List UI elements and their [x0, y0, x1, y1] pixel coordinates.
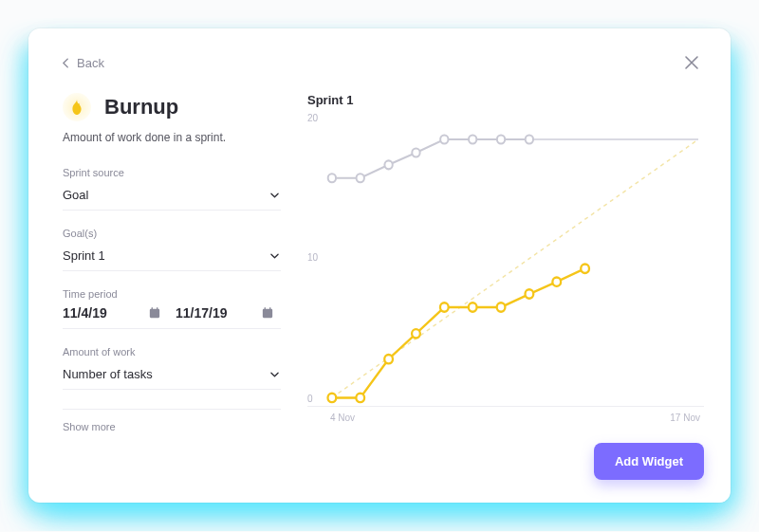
scope-point [412, 148, 419, 156]
top-bar: Back [63, 51, 704, 74]
chevron-down-icon [270, 193, 279, 198]
completed-point [327, 394, 336, 402]
chevron-down-icon [270, 372, 279, 377]
scope-point [469, 136, 476, 144]
completed-point [412, 329, 420, 338]
sprint-source-label: Sprint source [63, 167, 281, 178]
completed-point [552, 277, 561, 285]
sprint-source-value: Goal [63, 188, 88, 202]
goals-select[interactable]: Sprint 1 [63, 245, 281, 271]
chart-area: Sprint 1 20 10 0 4 Nov 17 Nov [307, 93, 704, 480]
svg-rect-4 [263, 309, 272, 318]
scope-point [384, 160, 392, 169]
show-more-toggle[interactable]: Show more [63, 409, 281, 432]
config-panel: Burnup Amount of work done in a sprint. … [63, 93, 281, 480]
sprint-source-select[interactable]: Goal [63, 184, 281, 211]
completed-point [356, 394, 364, 402]
back-button[interactable]: Back [63, 56, 104, 70]
scope-point [440, 136, 448, 144]
time-period-row: 11/4/19 11/17/19 [63, 305, 281, 329]
scope-point [328, 174, 336, 182]
back-label: Back [77, 56, 104, 70]
x-tick-start: 4 Nov [330, 413, 355, 423]
close-button[interactable] [679, 50, 704, 75]
close-icon [684, 55, 699, 70]
date-end-value: 11/17/19 [176, 305, 228, 321]
date-start-value: 11/4/19 [63, 305, 107, 321]
svg-rect-3 [157, 307, 157, 310]
chart-title: Sprint 1 [307, 93, 704, 107]
amount-of-work-label: Amount of work [63, 346, 281, 358]
date-end-input[interactable]: 11/17/19 [168, 305, 281, 321]
completed-line [332, 268, 585, 397]
footer: Add Widget [307, 443, 704, 480]
chevron-left-icon [63, 58, 69, 68]
goals-value: Sprint 1 [63, 248, 105, 263]
completed-point [440, 303, 449, 311]
amount-of-work-value: Number of tasks [63, 367, 153, 381]
svg-rect-5 [265, 307, 266, 310]
page-subtitle: Amount of work done in a sprint. [63, 131, 281, 144]
scope-line [332, 139, 529, 178]
completed-point [497, 303, 506, 311]
svg-rect-6 [269, 307, 270, 310]
flame-icon [63, 93, 91, 121]
amount-of-work-select[interactable]: Number of tasks [63, 363, 281, 390]
body: Burnup Amount of work done in a sprint. … [63, 93, 704, 480]
completed-point [384, 355, 393, 363]
x-tick-end: 17 Nov [670, 413, 700, 423]
completed-point [526, 289, 534, 298]
scope-point [357, 174, 364, 182]
chart-svg [307, 111, 704, 406]
chevron-down-icon [270, 253, 279, 259]
x-axis-spacer [307, 413, 704, 430]
add-widget-button[interactable]: Add Widget [594, 443, 704, 480]
date-start-input[interactable]: 11/4/19 [63, 305, 168, 321]
scope-point [497, 136, 505, 144]
goals-label: Goal(s) [63, 228, 281, 239]
time-period-label: Time period [63, 288, 281, 300]
calendar-icon [149, 307, 160, 319]
title-row: Burnup [63, 93, 281, 121]
calendar-icon [262, 307, 273, 319]
completed-point [581, 265, 589, 273]
widget-config-card: Back Burnup Amount of work done in a spr… [28, 28, 731, 503]
scope-point [526, 136, 533, 144]
page-title: Burnup [104, 95, 178, 119]
completed-point [469, 303, 477, 311]
burnup-chart: 20 10 0 4 Nov 17 Nov [307, 111, 704, 407]
svg-rect-2 [152, 307, 153, 310]
